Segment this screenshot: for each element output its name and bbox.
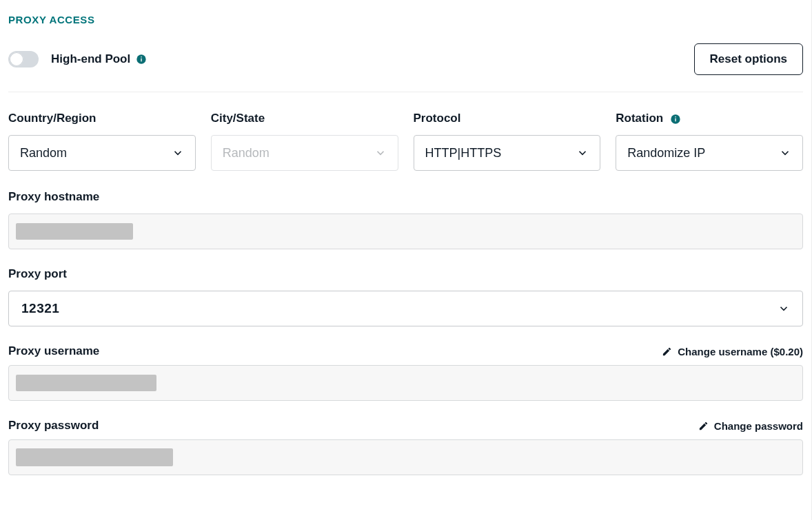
pencil-icon: [698, 421, 709, 431]
high-end-pool-label-wrap: High-end Pool: [51, 52, 147, 66]
password-skeleton: [16, 448, 173, 466]
top-fields-grid: Country/Region Random City/State Random …: [8, 112, 803, 171]
hostname-label: Proxy hostname: [8, 190, 803, 204]
port-value: 12321: [21, 301, 59, 316]
port-label: Proxy port: [8, 267, 803, 281]
port-block: Proxy port 12321: [8, 267, 803, 326]
change-password-text: Change password: [714, 420, 803, 432]
country-select[interactable]: Random: [8, 135, 196, 171]
info-icon[interactable]: [670, 114, 681, 125]
svg-rect-5: [676, 116, 676, 117]
chevron-down-icon: [778, 302, 790, 315]
chevron-down-icon: [576, 147, 589, 159]
section-title: PROXY ACCESS: [8, 14, 803, 25]
divider: [8, 92, 803, 92]
chevron-down-icon: [779, 147, 791, 159]
rotation-field: Rotation Randomize IP: [616, 112, 803, 171]
svg-rect-4: [676, 118, 676, 122]
protocol-select[interactable]: HTTP|HTTPS: [414, 135, 601, 171]
password-label-row: Proxy password Change password: [8, 419, 803, 433]
chevron-down-icon: [374, 147, 387, 159]
chevron-down-icon: [172, 147, 184, 159]
country-field: Country/Region Random: [8, 112, 196, 171]
rotation-label-wrap: Rotation: [616, 112, 803, 125]
password-block: Proxy password Change password: [8, 419, 803, 475]
city-placeholder: Random: [223, 146, 270, 160]
svg-rect-2: [141, 56, 142, 57]
city-select: Random: [211, 135, 398, 171]
country-value: Random: [20, 146, 67, 160]
change-password-link[interactable]: Change password: [698, 420, 803, 432]
protocol-field: Protocol HTTP|HTTPS: [414, 112, 601, 171]
country-label: Country/Region: [8, 112, 196, 125]
rotation-select[interactable]: Randomize IP: [616, 135, 803, 171]
username-label-row: Proxy username Change username ($0.20): [8, 344, 803, 358]
username-block: Proxy username Change username ($0.20): [8, 344, 803, 401]
password-label: Proxy password: [8, 419, 99, 433]
svg-rect-1: [141, 59, 142, 62]
high-end-pool-toggle[interactable]: [8, 51, 39, 67]
city-field: City/State Random: [211, 112, 398, 171]
city-label: City/State: [211, 112, 398, 125]
password-input[interactable]: [8, 439, 803, 475]
username-label: Proxy username: [8, 344, 99, 358]
rotation-value: Randomize IP: [627, 146, 705, 160]
protocol-value: HTTP|HTTPS: [425, 146, 502, 160]
rotation-label: Rotation: [616, 112, 663, 125]
hostname-skeleton: [16, 223, 133, 240]
change-username-link[interactable]: Change username ($0.20): [662, 346, 803, 357]
port-select[interactable]: 12321: [8, 291, 803, 326]
high-end-pool-group: High-end Pool: [8, 51, 147, 67]
reset-options-button[interactable]: Reset options: [694, 43, 803, 75]
username-input[interactable]: [8, 365, 803, 401]
change-username-text: Change username ($0.20): [678, 346, 803, 357]
hostname-block: Proxy hostname: [8, 190, 803, 249]
high-end-pool-label: High-end Pool: [51, 52, 130, 66]
info-icon[interactable]: [136, 54, 147, 65]
top-row: High-end Pool Reset options: [8, 43, 803, 75]
hostname-input[interactable]: [8, 214, 803, 249]
protocol-label: Protocol: [414, 112, 601, 125]
pencil-icon: [662, 346, 672, 357]
username-skeleton: [16, 375, 156, 391]
